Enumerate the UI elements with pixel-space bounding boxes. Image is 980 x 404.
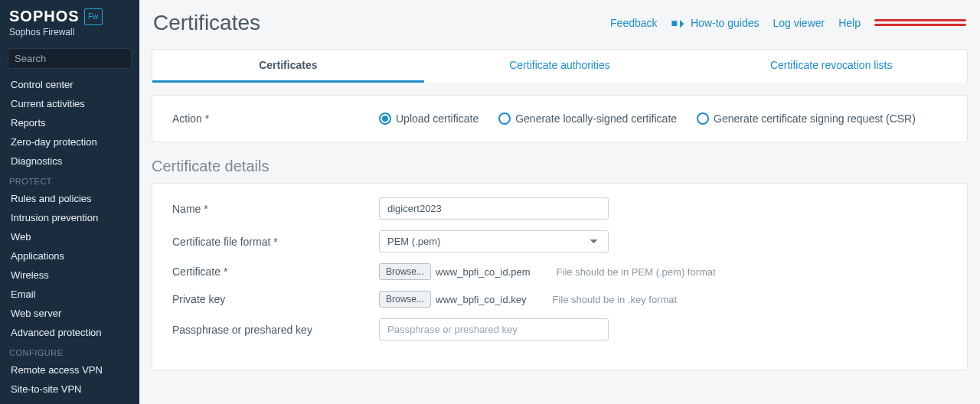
sidebar-item-diagnostics[interactable]: Diagnostics	[0, 152, 139, 171]
action-panel: Action * Upload certificate Generate loc…	[152, 95, 968, 142]
certificate-hint: File should be in PEM (.pem) format	[557, 266, 716, 278]
sidebar: SOPHOS Fw Sophos Firewall Control center…	[0, 0, 139, 404]
sidebar-item-reports[interactable]: Reports	[0, 113, 139, 132]
link-guides[interactable]: ■⏵How-to guides	[671, 17, 760, 29]
nav-header-protect: PROTECT	[0, 171, 139, 189]
sidebar-item-applications[interactable]: Applications	[0, 246, 139, 266]
sidebar-item-web-server[interactable]: Web server	[0, 304, 139, 323]
radio-label-local: Generate locally-signed certificate	[515, 112, 677, 125]
radio-label-csr: Generate certificate signing request (CS…	[714, 112, 916, 125]
link-feedback[interactable]: Feedback	[610, 17, 657, 29]
name-label: Name *	[172, 203, 379, 215]
radio-dot-icon	[379, 112, 391, 125]
private-key-filename: www_bpfi_co_id.key	[436, 294, 527, 305]
link-log-viewer[interactable]: Log viewer	[773, 17, 825, 29]
sidebar-item-intrusion[interactable]: Intrusion prevention	[0, 208, 139, 227]
guides-label: How-to guides	[691, 17, 760, 29]
private-key-label: Private key	[172, 293, 379, 305]
tabs: Certificates Certificate authorities Cer…	[152, 49, 968, 83]
name-input[interactable]	[379, 197, 609, 220]
topbar: Certificates Feedback ■⏵How-to guides Lo…	[139, 0, 980, 41]
sidebar-item-remote-vpn[interactable]: Remote access VPN	[0, 360, 139, 380]
radio-label-upload: Upload certificate	[396, 112, 479, 125]
camera-icon: ■⏵	[671, 17, 688, 29]
nav: Control center Current activities Report…	[0, 75, 139, 404]
sidebar-item-control-center[interactable]: Control center	[0, 75, 139, 94]
radio-generate-local[interactable]: Generate locally-signed certificate	[498, 112, 677, 125]
top-links: Feedback ■⏵How-to guides Log viewer Help	[610, 16, 966, 30]
sidebar-item-network[interactable]: Network	[0, 399, 139, 404]
brand-badge-icon: Fw	[84, 8, 103, 25]
radio-generate-csr[interactable]: Generate certificate signing request (CS…	[697, 112, 916, 125]
radio-dot-icon	[498, 112, 511, 125]
tab-cert-authorities[interactable]: Certificate authorities	[424, 50, 696, 83]
sidebar-item-web[interactable]: Web	[0, 227, 139, 246]
redacted-user-info	[874, 16, 966, 30]
passphrase-label: Passphrase or preshared key	[172, 324, 379, 336]
search-box[interactable]	[8, 48, 132, 69]
format-select[interactable]: PEM (.pem)	[379, 230, 609, 252]
radio-dot-icon	[697, 112, 709, 125]
tab-cert-revocation[interactable]: Certificate revocation lists	[695, 50, 967, 83]
sidebar-item-current-activities[interactable]: Current activities	[0, 94, 139, 113]
tab-certificates[interactable]: Certificates	[152, 50, 424, 83]
certificate-details-form: Name * Certificate file format * PEM (.p…	[152, 183, 968, 370]
sidebar-item-email[interactable]: Email	[0, 285, 139, 304]
sidebar-item-advanced-protection[interactable]: Advanced protection	[0, 323, 139, 342]
certificate-browse-button[interactable]: Browse...	[379, 263, 431, 280]
nav-header-configure: CONFIGURE	[0, 342, 139, 360]
format-label: Certificate file format *	[172, 236, 379, 248]
link-help[interactable]: Help	[838, 17, 861, 29]
section-title: Certificate details	[152, 158, 968, 175]
page-title: Certificates	[153, 11, 610, 35]
brand-name: SOPHOS	[9, 8, 80, 25]
action-label: Action *	[172, 112, 364, 125]
sidebar-item-site-vpn[interactable]: Site-to-site VPN	[0, 380, 139, 399]
search-input[interactable]	[15, 53, 143, 64]
brand-subtitle: Sophos Firewall	[9, 27, 130, 37]
radio-upload-certificate[interactable]: Upload certificate	[379, 112, 479, 125]
sidebar-item-wireless[interactable]: Wireless	[0, 266, 139, 285]
private-key-browse-button[interactable]: Browse...	[379, 291, 431, 308]
brand-block: SOPHOS Fw Sophos Firewall	[0, 0, 139, 42]
passphrase-input[interactable]	[379, 318, 609, 340]
certificate-label: Certificate *	[172, 266, 379, 278]
private-key-hint: File should be in .key format	[553, 294, 678, 305]
main-content: Certificates Feedback ■⏵How-to guides Lo…	[139, 0, 980, 404]
certificate-filename: www_bpfi_co_id.pem	[436, 266, 531, 278]
sidebar-item-zero-day[interactable]: Zero-day protection	[0, 132, 139, 152]
sidebar-item-rules[interactable]: Rules and policies	[0, 189, 139, 208]
